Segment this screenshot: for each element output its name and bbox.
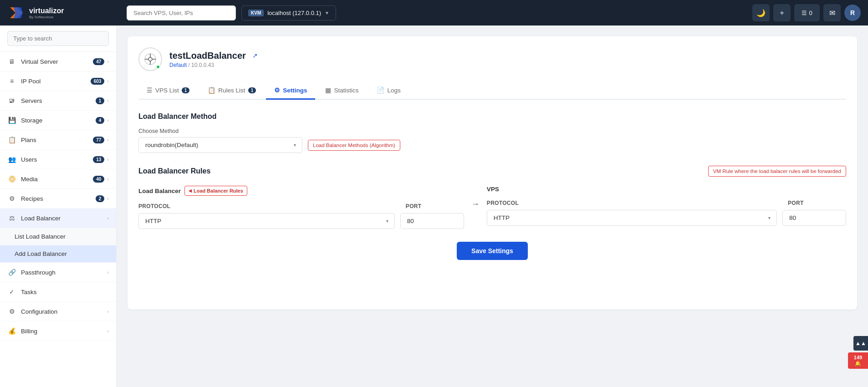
lb-port-input[interactable]: [400, 213, 464, 229]
sidebar-item-load-balancer[interactable]: ⚖ Load Balancer ›: [0, 209, 116, 228]
method-select-wrapper: roundrobin(Default) leastconn source uri: [138, 137, 302, 153]
users-icon: 👥: [7, 155, 16, 164]
sidebar-item-storage[interactable]: 💾 Storage 4 ›: [0, 111, 116, 130]
sidebar-item-virtual-server[interactable]: 🖥 Virtual Server 47 ›: [0, 52, 116, 71]
sidebar: 🖥 Virtual Server 47 › ≡ IP Pool 603 › 🖳 …: [0, 25, 117, 387]
method-select[interactable]: roundrobin(Default) leastconn source uri: [138, 137, 302, 153]
tasks-button[interactable]: ☰ 0: [794, 4, 820, 21]
configuration-chevron-icon: ›: [107, 309, 109, 314]
main-layout: 🖥 Virtual Server 47 › ≡ IP Pool 603 › 🖳 …: [0, 25, 868, 387]
vps-list-tab-icon: ☰: [147, 87, 153, 94]
sidebar-item-add-load-balancer[interactable]: Add Load Balancer: [0, 245, 116, 263]
lb-breadcrumb-link[interactable]: Default: [169, 62, 187, 68]
lb-port-group: Port: [400, 203, 464, 229]
tab-statistics[interactable]: ▦ Statistics: [317, 82, 367, 100]
lb-external-link[interactable]: ↗: [252, 52, 258, 59]
sidebar-item-recipes[interactable]: ⚙ Recipes 2 ›: [0, 189, 116, 209]
sidebar-item-users[interactable]: 👥 Users 13 ›: [0, 150, 116, 169]
tasks-icon: ☰: [802, 10, 807, 16]
server-type-badge: KVM: [248, 10, 264, 16]
server-chevron-icon: ▼: [325, 10, 329, 15]
lb-avatar-icon: [144, 53, 157, 66]
vps-protocol-select[interactable]: HTTP HTTPS TCP: [487, 210, 777, 226]
configuration-icon: ⚙: [7, 307, 16, 316]
scroll-top-button[interactable]: ▲▲: [853, 336, 868, 351]
rules-section: Load Balancer Rules VM Rule where the lo…: [138, 166, 846, 260]
sidebar-label-storage: Storage: [21, 117, 96, 124]
passthrough-chevron-icon: ›: [107, 270, 109, 275]
vps-protocol-group: Protocol HTTP HTTPS TCP: [487, 200, 777, 226]
messages-button[interactable]: ✉: [823, 4, 841, 21]
tabs-bar: ☰ VPS List 1 📋 Rules List 1 ⚙ Settings ▦…: [138, 82, 846, 100]
virtual-server-badge: 47: [93, 58, 104, 65]
servers-icon: 🖳: [7, 96, 16, 105]
notification-button[interactable]: 149 🔔: [848, 352, 868, 369]
top-header: virtualizor By Softaculous KVM localhost…: [0, 0, 868, 25]
lb-protocol-select[interactable]: HTTP HTTPS TCP: [138, 213, 395, 229]
vps-port-input[interactable]: [782, 210, 846, 226]
billing-icon: 💰: [7, 326, 16, 336]
vps-port-group: Port: [782, 200, 846, 226]
tab-vps-list[interactable]: ☰ VPS List 1: [138, 82, 198, 100]
plans-chevron-icon: ›: [107, 137, 109, 143]
tasks-sidebar-icon: ✓: [7, 287, 16, 296]
vps-side-label-text: VPS: [487, 186, 499, 193]
sidebar-item-media[interactable]: 📀 Media 40 ›: [0, 169, 116, 189]
dark-mode-button[interactable]: 🌙: [752, 4, 770, 21]
tab-settings-label: Settings: [283, 87, 307, 94]
tab-rules-list[interactable]: 📋 Rules List 1: [199, 82, 264, 100]
passthrough-icon: 🔗: [7, 268, 16, 277]
lb-side-label-row: Load Balancer Load Balancer Rules: [138, 186, 464, 196]
sidebar-item-configuration[interactable]: ⚙ Configuration ›: [0, 302, 116, 321]
vps-side-label: VPS: [487, 186, 846, 193]
sidebar-item-plans[interactable]: 📋 Plans 77 ›: [0, 130, 116, 150]
rules-header-row: Load Balancer Rules VM Rule where the lo…: [138, 166, 846, 177]
lb-subtitle: Default / 10.0.0.43: [169, 62, 258, 68]
svg-point-4: [148, 57, 152, 61]
rules-list-badge: 1: [248, 87, 256, 93]
server-selector[interactable]: KVM localhost (127.0.0.1) ▼: [241, 5, 336, 20]
save-settings-button[interactable]: Save Settings: [457, 242, 528, 260]
rules-section-title: Load Balancer Rules: [138, 167, 210, 175]
users-chevron-icon: ›: [107, 157, 109, 162]
sidebar-item-list-load-balancer[interactable]: List Load Balancer: [0, 228, 116, 245]
sidebar-label-ip-pool: IP Pool: [21, 78, 91, 85]
tab-rules-list-label: Rules List: [218, 87, 245, 94]
sidebar-item-billing[interactable]: 💰 Billing ›: [0, 321, 116, 341]
logo-area: virtualizor By Softaculous: [7, 4, 121, 22]
vps-protocol-col-header: Protocol: [487, 200, 777, 206]
sidebar-item-passthrough[interactable]: 🔗 Passthrough ›: [0, 263, 116, 282]
arrow-icon: →: [464, 186, 487, 209]
sidebar-item-ip-pool[interactable]: ≡ IP Pool 603 ›: [0, 71, 116, 91]
media-badge: 40: [93, 176, 104, 183]
tab-settings[interactable]: ⚙ Settings: [266, 82, 315, 100]
billing-chevron-icon: ›: [107, 328, 109, 334]
lb-port-col-header: Port: [406, 203, 470, 209]
user-avatar[interactable]: R: [844, 5, 861, 21]
vm-rule-tooltip: VM Rule where the load balacer rules wil…: [708, 166, 846, 177]
sidebar-item-servers[interactable]: 🖳 Servers 1 ›: [0, 91, 116, 111]
vps-protocol-port-row: Protocol HTTP HTTPS TCP: [487, 200, 846, 226]
rules-list-tab-icon: 📋: [208, 87, 215, 94]
sidebar-label-billing: Billing: [21, 328, 107, 335]
sidebar-search-input[interactable]: [7, 31, 109, 46]
lb-protocol-col-header: Protocol: [138, 203, 395, 209]
choose-method-label: Choose Method: [138, 128, 846, 134]
servers-chevron-icon: ›: [107, 98, 109, 103]
tab-statistics-label: Statistics: [334, 87, 358, 94]
server-name: localhost (127.0.0.1): [267, 10, 321, 16]
sidebar-search-area: [0, 25, 116, 52]
lb-title-area: testLoadBalancer ↗ Default / 10.0.0.43: [169, 51, 258, 68]
global-search-input[interactable]: [127, 5, 236, 20]
add-button[interactable]: ＋: [773, 4, 791, 21]
sidebar-label-add-lb: Add Load Balancer: [15, 250, 109, 257]
tab-logs[interactable]: 📄 Logs: [368, 82, 408, 100]
sidebar-label-passthrough: Passthrough: [21, 269, 107, 276]
tab-logs-label: Logs: [387, 87, 400, 94]
lb-name: testLoadBalancer: [169, 51, 246, 61]
method-section: Load Balancer Method Choose Method round…: [138, 112, 846, 153]
sidebar-item-tasks[interactable]: ✓ Tasks: [0, 282, 116, 302]
page-card: testLoadBalancer ↗ Default / 10.0.0.43 ☰…: [128, 36, 857, 310]
load-balancer-icon: ⚖: [7, 214, 16, 223]
sidebar-label-configuration: Configuration: [21, 308, 107, 315]
